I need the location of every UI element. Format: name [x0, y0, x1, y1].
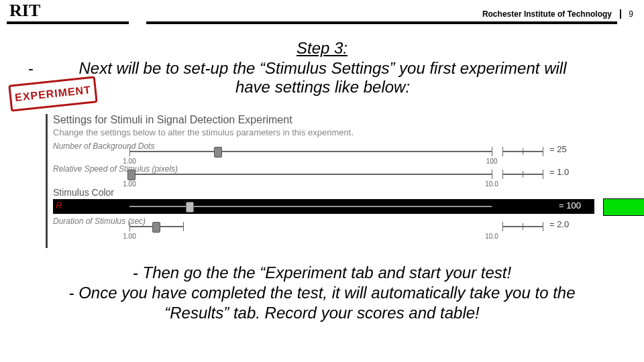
page-separator	[620, 9, 621, 19]
slider-duration[interactable]: 1.00	[129, 221, 183, 233]
panel-description: Change the settings below to alter the s…	[53, 127, 594, 137]
bullet-results-tab-line1: - Once you have completed the test, it w…	[13, 283, 631, 303]
bullet-results-tab-line2: “Results” tab. Record your scores and ta…	[13, 303, 631, 323]
setting-value: = 1.0	[549, 167, 569, 177]
settings-panel: Settings for Stimuli in Signal Detection…	[46, 114, 594, 248]
slider-max: 10.0	[485, 233, 498, 240]
step-title: Step 3:	[0, 39, 644, 58]
channel-value-r: = 100	[559, 200, 581, 210]
stamp-text: EXPERIMENT	[8, 76, 97, 111]
step-line2: have settings like below:	[235, 78, 410, 96]
step-description: - Next will be to set-up the “Stimulus S…	[28, 59, 617, 97]
setting-background-dots: Number of Background Dots 1.00 100 = 25	[53, 141, 594, 162]
experiment-stamp: EXPERIMENT	[8, 76, 97, 111]
slider-color-r[interactable]	[129, 206, 492, 207]
slider-fine-ticks	[502, 221, 543, 233]
setting-value: = 25	[549, 144, 567, 154]
slide: RIT Rochester Institute of Technology 9 …	[0, 0, 644, 362]
step-line1: Next will be to set-up the “Stimulus Set…	[79, 59, 567, 77]
slider-min: 1.00	[123, 233, 136, 240]
institution-name: Rochester Institute of Technology	[482, 9, 612, 19]
setting-value: = 2.0	[549, 219, 569, 229]
header-rule-right	[146, 21, 617, 24]
setting-color-r: R = 100	[53, 199, 594, 214]
channel-label-r: R	[56, 200, 62, 210]
header-rule-left	[7, 21, 129, 24]
logo-text: RIT	[9, 1, 40, 21]
slider-max: 10.0	[485, 180, 498, 188]
panel-title: Settings for Stimuli in Signal Detection…	[53, 114, 594, 126]
slider-fine-ticks	[502, 168, 543, 180]
slider-min: 1.00	[123, 180, 136, 188]
stimulus-color-label: Stimulus Color	[53, 187, 594, 198]
slider-thumb-r[interactable]	[186, 202, 194, 213]
setting-duration: Duration of Stimulus (sec) 1.00 10.0 = 2…	[53, 217, 594, 237]
slider-fine-ticks	[502, 145, 543, 158]
page-number: 9	[629, 9, 633, 19]
lower-bullets: - Then go the the “Experiment tab and st…	[13, 263, 631, 323]
slider-relative-speed[interactable]: 1.00 10.0	[129, 168, 492, 180]
header: RIT Rochester Institute of Technology 9	[0, 3, 644, 25]
slider-background-dots[interactable]: 1.00 100	[129, 145, 492, 158]
bullet-experiment-tab: - Then go the the “Experiment tab and st…	[13, 263, 631, 283]
setting-relative-speed: Relative Speed of Stimulus (pixels) 1.00…	[53, 164, 594, 184]
color-swatch	[603, 198, 644, 216]
